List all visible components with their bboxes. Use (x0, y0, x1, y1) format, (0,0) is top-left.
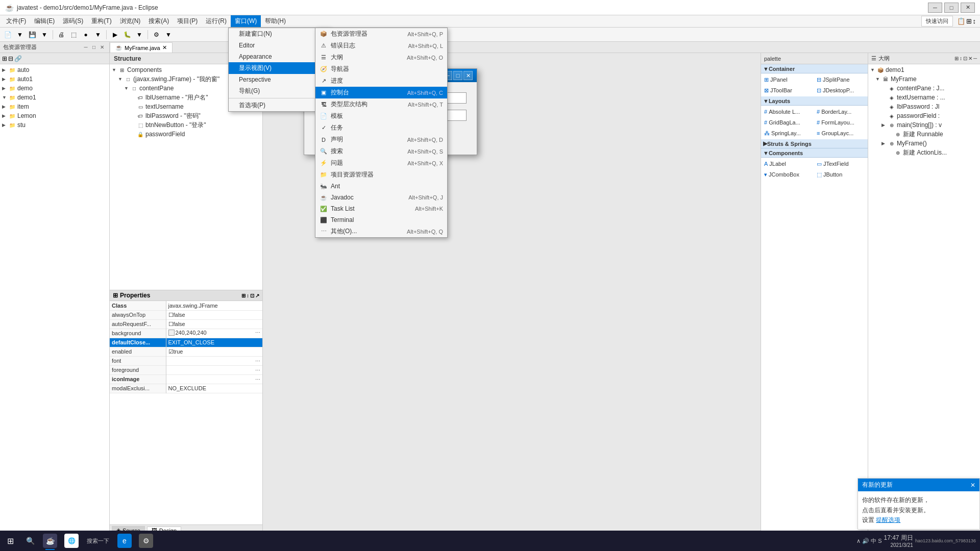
window-menu-dropdown[interactable]: 新建窗口(N) ▶ Editor ▶ Appearance ▶ 显示视图(V) … (228, 28, 330, 112)
menu-window[interactable]: 窗口(W) (231, 15, 261, 27)
outline-item-contentpane[interactable]: ◈ contentPane : J... (868, 84, 980, 93)
foreground-edit-btn[interactable]: ⋯ (255, 367, 260, 373)
tab-close-icon[interactable]: ✕ (162, 44, 167, 51)
menu-item-navigate[interactable]: 导航(G) ▶ (229, 85, 330, 97)
palette-item-springlayout[interactable]: ⁂SpringLay... (762, 128, 814, 138)
outline-item-myframe[interactable]: ▼ 🏛 MyFrame (868, 74, 980, 84)
menu-edit[interactable]: 编辑(E) (30, 15, 59, 27)
palette-item-jpanel[interactable]: ⊞JPanel (762, 74, 814, 85)
palette-item-absolute[interactable]: #Absolute L... (762, 107, 814, 117)
palette-item-jdesktoppane[interactable]: ⊡JDesktopP... (815, 85, 867, 95)
prop-row-autorequest[interactable]: autoRequestF... ☐false (110, 319, 262, 329)
prop-row-class[interactable]: Class javax.swing.JFrame (110, 301, 262, 310)
outline-item-runnable[interactable]: ⊕ 新建 Runnable (868, 130, 980, 139)
start-button[interactable]: ⊞ (0, 531, 20, 551)
outline-close-btn[interactable]: ✕ (968, 56, 972, 61)
toolbar-btn-13[interactable]: ▼ (163, 29, 174, 40)
outline-item-passwordfield[interactable]: ◈ passwordField : (868, 111, 980, 120)
palette-item-jtoolbar[interactable]: ⊠JToolBar (762, 85, 814, 95)
toolbar-btn-4[interactable]: ▼ (39, 29, 50, 40)
toolbar-btn-7[interactable]: ● (80, 29, 91, 40)
prop-icon-2[interactable]: ↕ (247, 293, 249, 298)
dialog-close-btn[interactable]: ✕ (463, 71, 473, 80)
structure-item-lblpassword[interactable]: 🏷 lblPassword - "密码" (110, 111, 262, 120)
prop-row-iconimage[interactable]: iconImage ⋯ (110, 374, 262, 384)
taskbar-app-search[interactable]: 搜索一下 (83, 531, 113, 551)
toolbar-icon-3[interactable]: ↕ (973, 17, 976, 25)
dialog-password-input[interactable] (344, 110, 467, 121)
prop-icon-1[interactable]: ⊞ (241, 293, 246, 298)
taskbar-search-btn[interactable]: 🔍 (22, 533, 38, 548)
panel-minimize-btn[interactable]: ─ (82, 43, 90, 52)
toolbar-btn-12[interactable]: ⚙ (151, 29, 162, 40)
prop-row-modalexclusi[interactable]: modalExclusi... NO_EXCLUDE (110, 384, 262, 393)
palette-group-container-header[interactable]: ▼ Container (761, 64, 868, 73)
taskbar-app-eclipse[interactable]: ☕ (40, 531, 60, 551)
palette-group-layouts-header[interactable]: ▼ Layouts (761, 96, 868, 106)
panel-close-btn[interactable]: ✕ (98, 43, 106, 52)
menu-help[interactable]: 帮助(H) (261, 15, 290, 27)
close-button[interactable]: ✕ (961, 3, 975, 13)
outline-btn-3[interactable]: ⊡ (963, 56, 967, 61)
tree-item-demo1[interactable]: ▼ 📁 demo1 (0, 93, 109, 102)
iconimage-edit-btn[interactable]: ⋯ (255, 377, 260, 382)
outline-item-main[interactable]: ▶ ⊕ main(String[]) : v (868, 120, 980, 130)
menu-file[interactable]: 文件(F) (2, 15, 30, 27)
menu-search[interactable]: 搜索(A) (144, 15, 173, 27)
perspective-icon[interactable]: 📋 (957, 17, 965, 25)
update-close-btn[interactable]: ✕ (970, 482, 975, 489)
tree-item-lemon[interactable]: ▶ 📁 Lemon (0, 111, 109, 120)
toolbar-btn-6[interactable]: ⬚ (68, 29, 79, 40)
toolbar-btn-2[interactable]: ▼ (14, 29, 26, 40)
prop-row-font[interactable]: font ⋯ (110, 356, 262, 365)
menu-item-editor[interactable]: Editor ▶ (229, 40, 330, 51)
toolbar-run[interactable]: ▶ (109, 29, 120, 40)
palette-item-grouplayout[interactable]: ≡GroupLayc... (815, 128, 867, 138)
toolbar-new[interactable]: 📄 (2, 29, 13, 40)
outline-btn-2[interactable]: ↕ (960, 56, 962, 61)
tree-item-stu[interactable]: ▶ 📁 stu (0, 120, 109, 130)
palette-item-jsplitpane[interactable]: ⊟JSplitPane (815, 74, 867, 85)
outline-item-demo1[interactable]: ▼ 📦 demo1 (868, 65, 980, 74)
palette-item-jtextfield[interactable]: ▭JTextField (815, 159, 867, 169)
outline-item-actionlistener[interactable]: ⊕ 新建 ActionLis... (868, 148, 980, 157)
outline-btn-1[interactable]: ⊞ (954, 56, 959, 61)
prop-row-foreground[interactable]: foreground ⋯ (110, 365, 262, 374)
minimize-button[interactable]: ─ (928, 3, 942, 13)
tree-item-auto[interactable]: ▶ 📁 auto (0, 65, 109, 74)
outline-item-textusername[interactable]: ◈ textUsername : ... (868, 93, 980, 102)
prop-icon-3[interactable]: ⊡ (250, 293, 254, 298)
palette-item-jlabel[interactable]: AJLabel (762, 159, 814, 169)
dialog-username-input[interactable] (344, 92, 467, 104)
font-edit-btn[interactable]: ⋯ (255, 358, 260, 364)
background-edit-btn[interactable]: ⋯ (255, 330, 260, 335)
menu-item-perspective[interactable]: Perspective ▶ (229, 74, 330, 85)
menu-navigate[interactable]: 浏览(N) (116, 15, 145, 27)
palette-item-formlayout[interactable]: #FormLayou... (815, 117, 867, 128)
menu-project[interactable]: 项目(P) (173, 15, 202, 27)
menu-item-showview[interactable]: 显示视图(V) ▶ (229, 62, 330, 74)
taskbar-app-edge[interactable]: e (114, 531, 135, 551)
tree-item-demo[interactable]: ▶ 📁 demo (0, 84, 109, 93)
outline-item-myframeconstructor[interactable]: ▶ ⊕ MyFrame() (868, 139, 980, 148)
palette-group-struts-header[interactable]: ▶ Struts & Springs (761, 139, 868, 148)
dialog-login-btn[interactable]: 登录 (375, 131, 406, 144)
outline-max-btn[interactable]: ─ (973, 56, 977, 61)
prop-row-alwaysontop[interactable]: alwaysOnTop ☐false (110, 310, 262, 319)
quick-access-field[interactable]: 快速访问 (921, 16, 953, 27)
taskbar-app-settings[interactable]: ⚙ (136, 531, 156, 551)
editor-tab-myframe[interactable]: ☕ MyFrame.java ✕ (110, 42, 173, 53)
toolbar-icon-2[interactable]: ⊞ (966, 17, 972, 25)
prop-row-enabled[interactable]: enabled ☑true (110, 347, 262, 356)
menu-item-appearance[interactable]: Appearance ▶ (229, 51, 330, 62)
toolbar-save[interactable]: 💾 (27, 29, 38, 40)
structure-item-btnlogin[interactable]: ⬚ btnNewButton - "登录" (110, 120, 262, 130)
checkbox-alwaysontop[interactable]: ☐ (168, 312, 174, 318)
menu-run[interactable]: 运行(R) (202, 15, 231, 27)
checkbox-autorequest[interactable]: ☐ (168, 321, 174, 327)
taskbar-app-browser[interactable]: 🌐 (61, 531, 82, 551)
palette-item-gridbag[interactable]: #GridBagLa... (762, 117, 814, 128)
dialog-minimize-btn[interactable]: ─ (443, 71, 452, 80)
maximize-button[interactable]: □ (944, 3, 959, 13)
menu-refactor[interactable]: 重构(T) (87, 15, 115, 27)
